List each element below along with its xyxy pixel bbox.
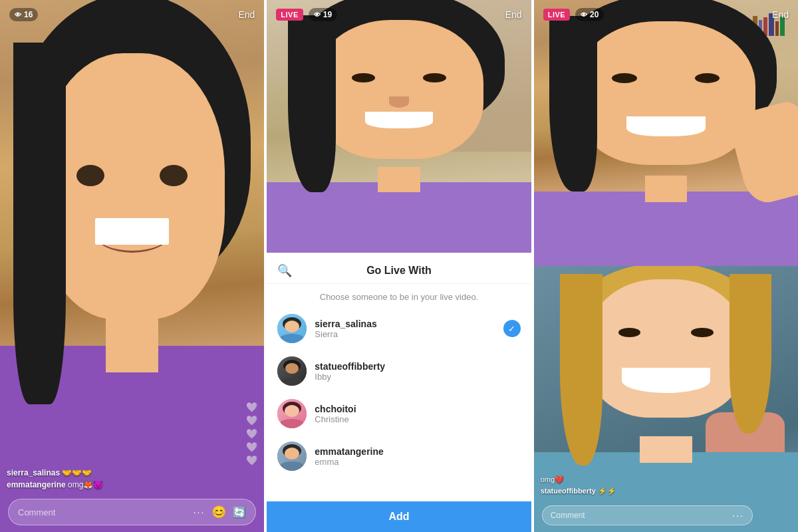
heart-2: 🤍: [246, 415, 257, 426]
right-top-bar: LIVE 👁 20 End: [534, 0, 798, 29]
right-bottom-chat: omg❤️ statueoffibberty ⚡⚡: [541, 475, 616, 495]
user-item-statue[interactable]: statueoffibberty Ibby: [267, 350, 531, 392]
right-bottom-video: omg❤️ statueoffibberty ⚡⚡ Comment ···: [534, 266, 798, 532]
check-icon: ✓: [508, 324, 515, 334]
go-live-modal: 🔍 Go Live With Choose someone to be in y…: [267, 253, 531, 532]
avatar-statue: [277, 356, 307, 386]
modal-title: Go Live With: [366, 265, 432, 277]
chat-message-1: sierra_salinas 🤝🤝🤝: [7, 468, 257, 477]
right-top-person: [534, 0, 798, 266]
modal-header: 🔍 Go Live With: [267, 253, 531, 284]
left-panel: 👁 16 End sierra_salinas 🤝🤝🤝 emmatangerin…: [0, 0, 264, 532]
right-viewer-count: 👁 20: [575, 8, 604, 21]
left-comment-input[interactable]: Comment ··· 😊 🔄: [8, 499, 256, 525]
center-end-button[interactable]: End: [505, 9, 522, 20]
center-live-badge: LIVE: [276, 9, 303, 21]
heart-1: 🤍: [246, 402, 257, 412]
left-input-icons: ··· 😊 🔄: [194, 505, 247, 519]
heart-5: 🤍: [246, 455, 257, 466]
dots-icon: ···: [194, 507, 205, 517]
heart-3: 🤍: [246, 428, 257, 439]
left-hearts: 🤍 🤍 🤍 🤍 🤍: [246, 402, 257, 466]
center-person: [267, 0, 531, 253]
statue-username: statueoffibberty: [541, 487, 596, 495]
right-top-video: LIVE 👁 20 End: [534, 0, 798, 266]
add-button[interactable]: Add: [267, 501, 531, 532]
user-item-chchoi[interactable]: chchoitoi Christine: [267, 392, 531, 435]
left-bottom-bar: Comment ··· 😊 🔄: [0, 492, 264, 532]
user-item-emma[interactable]: emmatangerine emma: [267, 435, 531, 477]
modal-search-icon[interactable]: 🔍: [277, 263, 292, 278]
modal-subtitle: Choose someone to be in your live video.: [267, 284, 531, 307]
user-item-sierra[interactable]: sierra_salinas Sierra ✓: [267, 307, 531, 350]
eye-icon-center: 👁: [314, 11, 321, 19]
sierra-selected-check: ✓: [503, 320, 521, 337]
user-info-chchoi: chchoitoi Christine: [315, 404, 520, 424]
center-right-divider: [531, 0, 534, 532]
right-end-button[interactable]: End: [772, 9, 789, 20]
right-dots-icon: ···: [732, 510, 744, 521]
camera-flip-icon[interactable]: 🔄: [233, 506, 246, 519]
chat-message-2: emmatangerine omg🦊😈: [7, 480, 257, 489]
avatar-chchoi: [277, 399, 307, 428]
eye-icon: 👁: [15, 11, 21, 19]
right-bottom-bar: Comment ···: [534, 499, 798, 532]
heart-4: 🤍: [246, 442, 257, 452]
center-viewer-count: 👁 19: [309, 8, 337, 21]
user-info-emma: emmatangerine emma: [315, 446, 520, 467]
left-end-button[interactable]: End: [238, 9, 255, 20]
right-live-badge: LIVE: [543, 9, 570, 21]
left-top-bar: 👁 16 End: [0, 0, 264, 29]
left-chat: sierra_salinas 🤝🤝🤝 emmatangerine omg🦊😈: [7, 468, 257, 492]
emoji-icon[interactable]: 😊: [211, 505, 226, 519]
user-info-sierra: sierra_salinas Sierra: [315, 319, 503, 339]
center-panel: LIVE 👁 19 End 🔍 Go Live With Choose some…: [267, 0, 531, 532]
center-top-bar: LIVE 👁 19 End: [267, 0, 531, 29]
right-panel: LIVE 👁 20 End: [534, 0, 798, 532]
avatar-sierra: [277, 314, 307, 343]
right-comment-input[interactable]: Comment ···: [542, 505, 753, 525]
avatar-emma: [277, 442, 307, 471]
left-person: [0, 0, 264, 532]
user-info-statue: statueoffibberty Ibby: [315, 361, 520, 382]
user-list: sierra_salinas Sierra ✓ statueoff: [267, 307, 531, 501]
left-viewer-count: 👁 16: [9, 8, 38, 21]
center-video: LIVE 👁 19 End: [267, 0, 531, 253]
eye-icon-right: 👁: [581, 11, 587, 19]
